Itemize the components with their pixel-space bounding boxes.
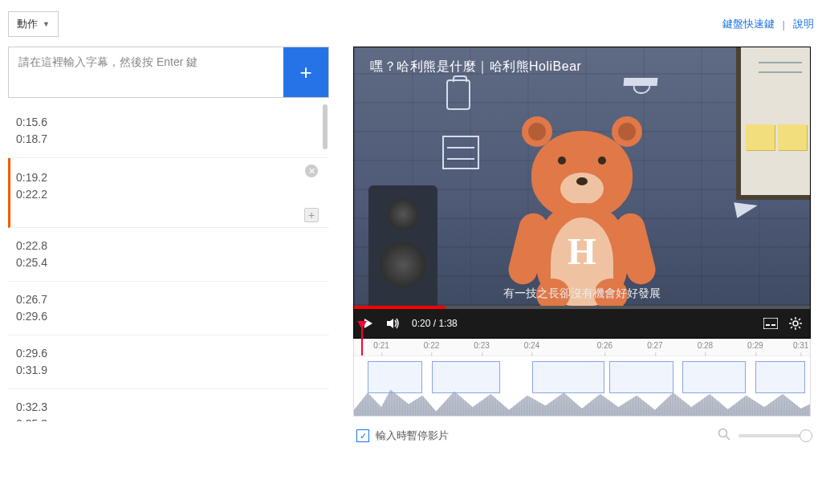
timeline-clip[interactable] [755, 361, 805, 393]
actions-label: 動作 [17, 17, 38, 31]
settings-button[interactable] [789, 317, 802, 330]
video-subtitle: 有一技之長卻沒有機會好好發展 [503, 287, 661, 301]
svg-line-10 [791, 319, 792, 320]
svg-line-11 [799, 327, 800, 328]
segment-row[interactable]: 0:15.6 0:18.7 [8, 104, 329, 158]
timeline-tick: 0:22 [424, 341, 439, 350]
zoom-knob[interactable] [800, 429, 812, 442]
holibear-character: H [506, 116, 658, 306]
top-links: 鍵盤快速鍵 | 說明 [722, 17, 814, 31]
zoom-slider[interactable] [739, 434, 811, 437]
caption-input[interactable] [9, 47, 283, 97]
segment-end: 0:31.9 [16, 362, 321, 379]
progress-bar[interactable] [354, 306, 810, 309]
book-icon [446, 79, 470, 110]
keyboard-shortcuts-link[interactable]: 鍵盤快速鍵 [722, 17, 775, 31]
timeline-track[interactable] [354, 356, 810, 416]
svg-rect-2 [763, 318, 778, 329]
timeline-tick: 0:27 [647, 341, 662, 350]
svg-point-14 [719, 429, 727, 437]
segment-start: 0:32.3 [16, 399, 321, 416]
segment-row[interactable]: 0:26.7 0:29.6 [8, 282, 329, 335]
timeline-tick: 0:28 [698, 341, 713, 350]
timeline-clip[interactable] [532, 361, 605, 393]
svg-marker-1 [387, 319, 393, 328]
timeline-clip[interactable] [432, 361, 500, 393]
add-caption-button[interactable]: + [283, 47, 328, 97]
captions-panel: + 0:15.6 0:18.7 0:19.2 0:22.2 ✕ + 0:22.8… [8, 47, 329, 444]
abacus-icon [442, 136, 479, 169]
time-display: 0:20 / 1:38 [412, 318, 458, 329]
playhead[interactable] [361, 321, 363, 356]
segment-end: 0:29.6 [16, 308, 321, 325]
svg-rect-3 [766, 324, 770, 326]
graduation-cap-icon [624, 78, 658, 86]
pause-while-typing-checkbox[interactable]: ✓ 輸入時暫停影片 [353, 429, 449, 443]
pause-label: 輸入時暫停影片 [376, 429, 449, 443]
actions-dropdown[interactable]: 動作 ▼ [8, 11, 59, 37]
zoom-control [718, 428, 811, 444]
search-icon[interactable] [718, 428, 730, 444]
svg-marker-0 [364, 319, 372, 328]
subtitles-button[interactable] [763, 318, 778, 329]
timeline-tick: 0:26 [597, 341, 612, 350]
caret-down-icon: ▼ [43, 20, 50, 28]
svg-line-13 [791, 327, 792, 328]
video-title: 嘿？哈利熊是什麼｜哈利熊HoliBear [370, 59, 581, 75]
svg-line-15 [726, 437, 730, 441]
video-player: 嘿？哈利熊是什麼｜哈利熊HoliBear [353, 47, 811, 339]
segments-list: 0:15.6 0:18.7 0:19.2 0:22.2 ✕ + 0:22.8 0… [8, 104, 329, 421]
segment-end: 0:25.4 [16, 254, 321, 271]
segment-row[interactable]: 0:29.6 0:31.9 [8, 335, 329, 389]
segment-start: 0:15.6 [16, 114, 321, 131]
bulletin-board [736, 47, 810, 200]
timeline-tick: 0:23 [474, 341, 489, 350]
volume-button[interactable] [386, 317, 401, 330]
segment-start: 0:26.7 [16, 291, 321, 308]
segment-end: 0:18.7 [16, 131, 321, 148]
segment-end: 0:22.2 [16, 186, 321, 203]
insert-segment-button[interactable]: + [304, 208, 319, 222]
segment-start: 0:19.2 [16, 169, 321, 186]
timeline-clip[interactable] [609, 361, 673, 393]
timeline-clip[interactable] [682, 361, 747, 393]
segment-row[interactable]: 0:32.3 0:35.3 [8, 389, 329, 421]
segment-start: 0:29.6 [16, 345, 321, 362]
timeline-tick: 0:31 [793, 341, 808, 350]
checkbox-icon: ✓ [356, 429, 369, 442]
timeline-tick: 0:24 [524, 341, 539, 350]
video-controls: 0:20 / 1:38 [354, 309, 810, 338]
delete-segment-button[interactable]: ✕ [305, 165, 318, 177]
svg-rect-4 [771, 324, 775, 326]
svg-point-5 [793, 321, 798, 326]
help-link[interactable]: 說明 [793, 17, 814, 31]
timeline-clip[interactable] [368, 361, 422, 393]
segment-row[interactable]: 0:22.8 0:25.4 [8, 228, 329, 282]
timeline-tick: 0:21 [373, 341, 389, 350]
segment-row[interactable]: 0:19.2 0:22.2 ✕ + [8, 158, 329, 228]
svg-line-12 [799, 319, 800, 320]
segment-start: 0:22.8 [16, 238, 321, 254]
segment-end: 0:35.3 [16, 416, 321, 421]
video-frame[interactable]: 嘿？哈利熊是什麼｜哈利熊HoliBear [354, 47, 810, 306]
timeline-ruler[interactable]: 0:21 0:22 0:23 0:24 0:26 0:27 0:28 0:29 … [354, 339, 810, 356]
timeline: 0:21 0:22 0:23 0:24 0:26 0:27 0:28 0:29 … [353, 339, 811, 417]
timeline-tick: 0:29 [747, 341, 763, 350]
speaker-art [368, 185, 437, 306]
separator: | [783, 18, 785, 30]
